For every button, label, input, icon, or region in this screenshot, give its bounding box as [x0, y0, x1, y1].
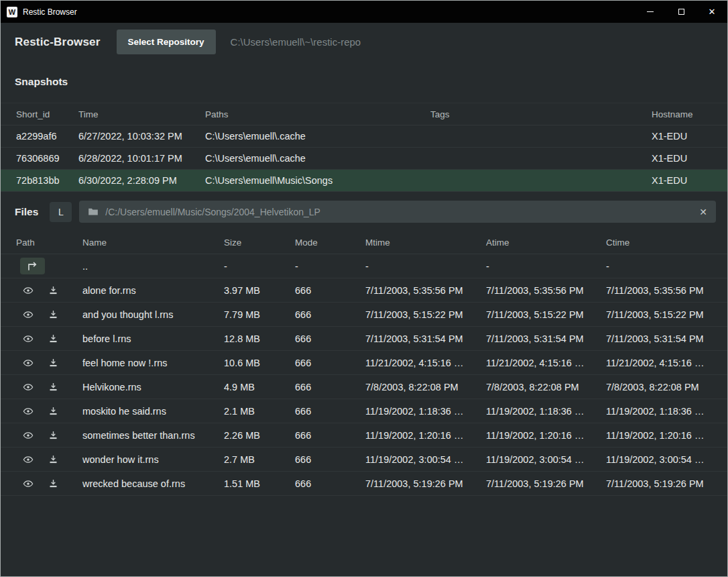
download-file-button[interactable]: [48, 309, 58, 319]
path-bar[interactable]: /C:/Users/emuell/Music/Songs/2004_Helvet…: [79, 201, 716, 223]
file-mtime: 7/11/2003, 5:15:22 PM: [365, 309, 486, 320]
file-mtime: -: [365, 261, 486, 272]
preview-file-button[interactable]: [22, 454, 34, 465]
preview-file-button[interactable]: [22, 382, 34, 392]
file-name: ..: [82, 261, 224, 272]
file-name: alone for.rns: [82, 285, 224, 296]
minimize-icon: [647, 11, 654, 12]
file-row-actions: [16, 358, 82, 368]
preview-file-button[interactable]: [22, 478, 34, 489]
file-mtime: 7/11/2003, 5:19:26 PM: [365, 478, 486, 489]
maximize-button[interactable]: [666, 1, 696, 23]
file-row[interactable]: Helvikone.rns4.9 MB6667/8/2003, 8:22:08 …: [1, 375, 727, 399]
file-name: before l.rns: [82, 333, 224, 344]
download-file-button[interactable]: [48, 358, 58, 368]
snapshot-row[interactable]: 72b813bb6/30/2022, 2:28:09 PMC:\Users\em…: [1, 170, 727, 192]
eye-icon: [22, 430, 34, 441]
file-ctime: 7/11/2003, 5:35:56 PM: [606, 285, 712, 296]
file-row[interactable]: feel home now !.rns10.6 MB66611/21/2002,…: [1, 351, 727, 375]
clear-path-button[interactable]: ✕: [692, 207, 707, 217]
eye-icon: [22, 309, 34, 320]
snapshot-short-id: 76306869: [16, 153, 78, 164]
snapshots-column-short-id: Short_id: [16, 109, 78, 119]
preview-file-button[interactable]: [22, 285, 34, 296]
snapshots-rows: a2299af66/27/2022, 10:03:32 PMC:\Users\e…: [1, 125, 727, 192]
window-controls: ✕: [635, 1, 727, 23]
eye-icon: [22, 333, 34, 344]
download-file-button[interactable]: [48, 454, 58, 464]
snapshot-short-id: a2299af6: [16, 131, 78, 142]
download-file-button[interactable]: [48, 382, 58, 392]
download-icon: [48, 478, 58, 488]
file-row[interactable]: ..-----: [1, 254, 727, 278]
file-mode: 666: [295, 430, 365, 441]
file-row-actions: [16, 309, 82, 320]
file-row-actions: [16, 258, 82, 274]
file-ctime: 11/19/2002, 3:00:54 …: [606, 454, 712, 465]
file-row[interactable]: before l.rns12.8 MB6667/11/2003, 5:31:54…: [1, 327, 727, 351]
app-title: Restic-Browser: [15, 36, 101, 49]
minimize-button[interactable]: [635, 1, 666, 23]
app-window: W Restic Browser ✕ Restic-Browser Select…: [0, 0, 728, 577]
file-ctime: 11/21/2002, 4:15:16 …: [606, 358, 712, 368]
file-name: sometimes better than.rns: [82, 430, 224, 441]
preview-file-button[interactable]: [22, 430, 34, 441]
repository-path: C:\Users\emuell\~\restic-repo: [231, 36, 361, 48]
download-file-button[interactable]: [48, 430, 58, 440]
file-atime: 7/11/2003, 5:35:56 PM: [486, 285, 606, 296]
download-file-button[interactable]: [48, 285, 58, 295]
download-file-button[interactable]: [48, 333, 58, 344]
file-size: 2.1 MB: [224, 406, 295, 417]
file-row[interactable]: alone for.rns3.97 MB6667/11/2003, 5:35:5…: [1, 278, 727, 303]
download-file-button[interactable]: [48, 406, 58, 416]
file-mtime: 11/19/2002, 1:20:16 …: [365, 430, 486, 441]
list-mode-icon: L: [58, 207, 64, 217]
file-mode: -: [295, 261, 365, 272]
folder-icon: [88, 207, 99, 216]
file-row[interactable]: moskito he said.rns2.1 MB66611/19/2002, …: [1, 399, 727, 423]
file-atime: 7/11/2003, 5:31:54 PM: [486, 333, 606, 344]
file-row-actions: [16, 285, 82, 296]
list-mode-button[interactable]: L: [50, 202, 72, 222]
file-size: -: [224, 261, 295, 272]
file-size: 12.8 MB: [224, 333, 295, 344]
up-directory-icon: [26, 261, 39, 271]
file-atime: 11/19/2002, 3:00:54 …: [486, 454, 606, 465]
preview-file-button[interactable]: [22, 406, 34, 417]
file-row[interactable]: wonder how it.rns2.7 MB66611/19/2002, 3:…: [1, 448, 727, 472]
maximize-icon: [678, 9, 684, 15]
download-file-button[interactable]: [48, 478, 58, 488]
download-icon: [48, 333, 58, 344]
current-path: /C:/Users/emuell/Music/Songs/2004_Helvet…: [105, 207, 692, 217]
files-column-name: Name: [82, 238, 224, 248]
eye-icon: [22, 285, 34, 296]
preview-file-button[interactable]: [22, 358, 34, 368]
file-row[interactable]: and you thought l.rns7.79 MB6667/11/2003…: [1, 303, 727, 327]
snapshot-row[interactable]: 763068696/28/2022, 10:01:17 PMC:\Users\e…: [1, 148, 727, 170]
app-logo-icon: W: [7, 7, 17, 17]
file-mode: 666: [295, 454, 365, 465]
file-size: 1.51 MB: [224, 478, 295, 489]
preview-file-button[interactable]: [22, 333, 34, 344]
file-mtime: 11/19/2002, 1:18:36 …: [365, 406, 486, 417]
file-ctime: 7/11/2003, 5:19:26 PM: [606, 478, 712, 489]
snapshot-hostname: X1-EDU: [652, 175, 712, 186]
up-directory-button[interactable]: [20, 258, 45, 274]
file-size: 7.79 MB: [224, 309, 295, 320]
preview-file-button[interactable]: [22, 309, 34, 320]
files-column-ctime: Ctime: [606, 238, 712, 248]
eye-icon: [22, 358, 34, 368]
file-ctime: 11/19/2002, 1:18:36 …: [606, 406, 712, 417]
snapshots-column-paths: Paths: [205, 109, 430, 119]
file-row[interactable]: wrecked because of.rns1.51 MB6667/11/200…: [1, 472, 727, 496]
file-row[interactable]: sometimes better than.rns2.26 MB66611/19…: [1, 423, 727, 448]
close-button[interactable]: ✕: [696, 1, 727, 23]
download-icon: [48, 382, 58, 392]
file-atime: 7/11/2003, 5:15:22 PM: [486, 309, 606, 320]
file-size: 2.26 MB: [224, 430, 295, 441]
file-name: feel home now !.rns: [82, 358, 224, 368]
snapshot-row[interactable]: a2299af66/27/2022, 10:03:32 PMC:\Users\e…: [1, 125, 727, 148]
file-ctime: 7/8/2003, 8:22:08 PM: [606, 382, 712, 392]
select-repository-button[interactable]: Select Repository: [117, 30, 216, 54]
file-row-actions: [16, 478, 82, 489]
